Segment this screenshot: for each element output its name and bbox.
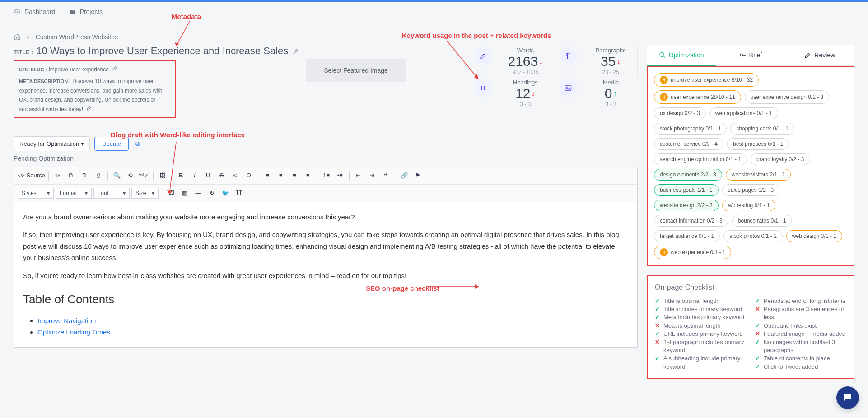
page-title: 10 Ways to Improve User Experience and I…: [36, 45, 288, 57]
print-icon[interactable]: ⎙: [93, 170, 104, 181]
indent-icon[interactable]: ⇥: [366, 170, 378, 181]
checklist-item: ✓Click to Tweet added: [755, 363, 846, 371]
outdent-icon[interactable]: ⇤: [353, 170, 364, 181]
checklist-item: ✓No images within first/last 3 paragraph…: [755, 338, 846, 354]
content-editor[interactable]: Are you a brand owner serious about maki…: [14, 202, 638, 348]
spellcheck-icon[interactable]: ᴬᴮ✓: [138, 170, 150, 181]
stat-media-value: 0: [605, 86, 612, 101]
svg-point-11: [740, 54, 742, 56]
quote-icon[interactable]: ❝: [380, 170, 392, 181]
checklist-item: ✓Title includes primary keyword: [655, 305, 746, 313]
expand-icon[interactable]: ⇔: [52, 170, 64, 181]
keyword-pill[interactable]: brand loyalty 0/2 - 3: [751, 153, 810, 165]
stat-head-range: 3 - 3: [508, 101, 543, 107]
keyword-pill[interactable]: target audience 0/1 - 1: [654, 230, 720, 242]
strike-icon[interactable]: S: [216, 170, 228, 181]
featured-image-button[interactable]: Select Featured Image: [306, 59, 406, 82]
keyword-pill[interactable]: improve user experience 8/10 - 32: [654, 73, 759, 87]
underline-icon[interactable]: U: [202, 170, 214, 181]
image-icon[interactable]: 🖼: [157, 170, 168, 181]
svg-point-10: [660, 52, 664, 56]
omega-icon[interactable]: Ω: [243, 170, 255, 181]
keyword-pill[interactable]: website visitors 2/1 - 1: [726, 169, 791, 181]
format-dropdown[interactable]: Format▾: [56, 188, 92, 199]
align-center-icon[interactable]: ≡: [275, 170, 287, 181]
list-ol-icon[interactable]: 1≡: [321, 170, 332, 181]
hr-icon[interactable]: —: [192, 187, 204, 199]
gauge-icon: [14, 8, 21, 15]
keyword-pill[interactable]: a/b testing 6/1 - 1: [722, 200, 776, 211]
folder-icon: [69, 8, 76, 15]
toc-heading: Table of Contents: [23, 289, 628, 309]
h-icon[interactable]: H: [233, 187, 245, 199]
find-icon[interactable]: 🔍: [111, 170, 123, 181]
keyword-pill[interactable]: web experience 0/1 - 1: [654, 246, 731, 259]
search-icon: [659, 51, 666, 59]
keyword-pill[interactable]: user experience design 0/2 - 3: [745, 90, 829, 104]
keyword-pill[interactable]: customer service 0/3 - 4: [654, 138, 723, 150]
italic-icon[interactable]: I: [189, 170, 201, 181]
font-dropdown[interactable]: Font▾: [93, 188, 130, 199]
keyword-pill[interactable]: stock photos 0/1 - 1: [723, 230, 783, 242]
keyword-pill[interactable]: web design 3/1 - 1: [786, 230, 842, 242]
popout-icon[interactable]: ⧉: [135, 140, 140, 148]
desc-label: META DESCRIPTION :: [19, 79, 71, 84]
refresh-icon[interactable]: ↻: [206, 187, 218, 199]
styles-dropdown[interactable]: Styles▾: [18, 188, 54, 199]
list-ul-icon[interactable]: •≡: [334, 170, 346, 181]
stat-words-value: 2163: [508, 54, 538, 69]
stat-para-range: 23 - 25: [593, 69, 628, 75]
home-icon[interactable]: [14, 33, 21, 41]
keyword-pill[interactable]: user experience 28/10 - 11: [654, 90, 741, 104]
arrow-down-icon: ↓: [616, 57, 621, 66]
keyword-pill[interactable]: stock photography 0/1 - 1: [654, 123, 727, 135]
source-button[interactable]: </> Source: [18, 170, 45, 181]
keyword-pill[interactable]: sales pages 0/2 - 3: [722, 184, 779, 196]
align-justify-icon[interactable]: ≡: [302, 170, 314, 181]
tab-optimization[interactable]: Optimization: [647, 45, 716, 66]
checklist-item: ✓Outbound links exist: [755, 322, 846, 330]
keyword-pill[interactable]: bounce rates 0/1 - 1: [732, 215, 792, 227]
flag-icon[interactable]: ⚑: [412, 170, 424, 181]
new-doc-icon[interactable]: 🗋: [65, 170, 77, 181]
nav-dashboard[interactable]: Dashboard: [14, 8, 56, 15]
toc-link-2[interactable]: Optimize Loading Times: [37, 328, 110, 336]
keyword-pill[interactable]: search engine optimization 0/1 - 1: [654, 153, 747, 165]
nav-projects[interactable]: Projects: [69, 8, 103, 15]
status-dropdown[interactable]: Ready for Optimization▾: [14, 136, 90, 151]
align-left-icon[interactable]: ≡: [261, 170, 273, 181]
keyword-pill[interactable]: ux design 0/2 - 3: [654, 107, 706, 119]
save-icon[interactable]: 🗎: [79, 170, 91, 181]
stat-media-label: Media: [593, 79, 629, 86]
editor-toolbar: </> Source ⇔ 🗋 🗎 ⎙ 🔍 ⟲ ᴬᴮ✓ 🖼 B I U S ☺ Ω: [14, 167, 638, 202]
update-button[interactable]: Update: [94, 137, 129, 151]
size-dropdown[interactable]: Size▾: [131, 188, 159, 199]
edit-desc-icon[interactable]: [86, 105, 93, 111]
image2-icon[interactable]: 🖼: [165, 187, 177, 199]
media-icon: [559, 79, 577, 97]
checklist-item: ✓URL includes primary keyword: [655, 330, 746, 338]
keyword-pill[interactable]: contact information 0/2 - 3: [654, 215, 728, 227]
breadcrumb-item[interactable]: Custom WordPress Websites: [36, 33, 118, 41]
toc-link-1[interactable]: Improve Navigation: [37, 317, 96, 325]
link-icon[interactable]: 🔗: [398, 170, 410, 181]
twitter-icon[interactable]: 🐦: [219, 187, 231, 199]
keyword-pill[interactable]: best practices 0/1 - 1: [727, 138, 789, 150]
sidebar-tabs: Optimization Brief Review: [647, 45, 854, 66]
checklist-panel: On-page Checklist ✓Title is optimal leng…: [647, 275, 854, 379]
edit-slug-icon[interactable]: [112, 65, 118, 71]
keyword-pill[interactable]: web applications 0/1 - 1: [709, 107, 778, 119]
tab-review[interactable]: Review: [785, 45, 854, 66]
emoji-icon[interactable]: ☺: [229, 170, 241, 181]
keyword-pill[interactable]: shopping carts 0/1 - 1: [730, 123, 794, 135]
tab-brief[interactable]: Brief: [716, 45, 785, 66]
replace-icon[interactable]: ⟲: [125, 170, 136, 181]
keyword-pill[interactable]: design elements 2/2 - 3: [654, 169, 722, 181]
bold-icon[interactable]: B: [175, 170, 187, 181]
align-right-icon[interactable]: ≡: [289, 170, 300, 181]
edit-title-icon[interactable]: [293, 48, 299, 54]
table-icon[interactable]: ▦: [179, 187, 191, 199]
keyword-pill[interactable]: business goals 1/1 - 1: [654, 184, 719, 196]
checklist-item: ✓A subheading include primary keyword: [655, 354, 746, 371]
keyword-pill[interactable]: website design 2/2 - 3: [654, 200, 719, 211]
